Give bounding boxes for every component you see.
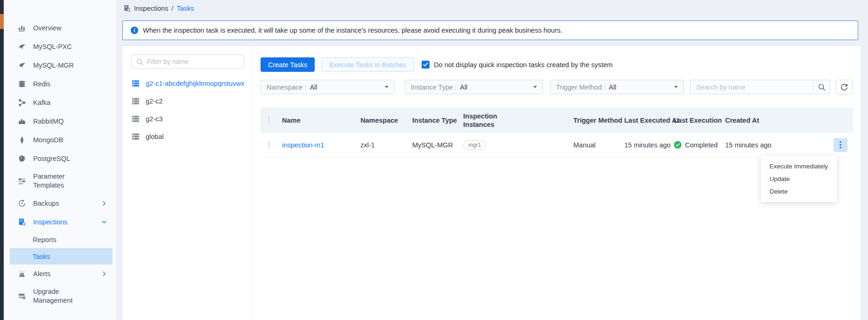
breadcrumb-separator: / [171, 5, 173, 12]
inspections-doc-icon [123, 4, 131, 12]
cluster-list: g2-c1-abcdefghijklmnopqrstuvwx... g2-c2 … [131, 75, 244, 146]
filter-row: Namespace : All Instance Type : All Trig… [261, 80, 853, 94]
cluster-item-g2-c1[interactable]: g2-c1-abcdefghijklmnopqrstuvwx... [131, 75, 244, 92]
column-header-last-executed-at: Last Executed At [624, 116, 674, 125]
search-icon [136, 58, 143, 65]
server-icon [131, 80, 140, 87]
sidebar-item-label: Alerts [33, 270, 50, 278]
column-header-created-at: Created At [725, 116, 833, 125]
sidebar-item-rabbitmq[interactable]: RabbitMQ [4, 112, 116, 131]
server-icon [131, 115, 140, 123]
sidebar-item-alerts[interactable]: Alerts [4, 264, 116, 283]
sidebar: Overview MySQL-PXC MySQL-MGR Redis Kafka [4, 0, 116, 320]
info-banner-text: When the inspection task is executed, it… [143, 27, 562, 34]
trigger-method-filter-dropdown[interactable]: Trigger Method : All [550, 80, 684, 94]
sidebar-item-mysql-pxc[interactable]: MySQL-PXC [4, 37, 116, 56]
cluster-item-global[interactable]: global [131, 128, 244, 146]
refresh-button[interactable] [836, 80, 853, 94]
info-icon [131, 27, 138, 34]
cell-last-execution: Completed [674, 141, 725, 149]
sidebar-item-inspections[interactable]: Inspections [4, 213, 116, 231]
sidebar-item-label: Kafka [33, 98, 50, 107]
kebab-dot [840, 141, 841, 143]
chevron-down-icon [101, 219, 107, 225]
parameter-templates-icon [18, 177, 26, 185]
caret-down-icon [674, 86, 678, 88]
sidebar-item-label: Tasks [33, 253, 50, 260]
column-header-inspection-instances: Inspection Instances [463, 112, 506, 129]
execute-tasks-in-batches-button[interactable]: Execute Tasks in Batches [321, 57, 414, 72]
column-header-last-execution: Last Execution [674, 116, 725, 125]
breadcrumb-current[interactable]: Tasks [176, 5, 194, 12]
mysql-icon [18, 42, 26, 51]
sidebar-item-redis[interactable]: Redis [4, 75, 116, 93]
row-checkbox[interactable] [268, 141, 269, 149]
sidebar-item-label: MySQL-PXC [33, 42, 72, 51]
sidebar-item-kafka[interactable]: Kafka [4, 93, 116, 112]
redis-icon [18, 80, 26, 88]
sidebar-item-label: Backups [33, 199, 59, 208]
cell-last-executed-at: 15 minutes ago [624, 141, 674, 149]
cell-namespace: zxl-1 [360, 141, 412, 149]
toolbar: Create Tasks Execute Tasks in Batches Do… [261, 57, 613, 72]
hide-system-tasks-checkbox-wrap[interactable]: Do not display quick inspection tasks cr… [422, 61, 613, 69]
sidebar-item-label: Reports [33, 236, 56, 243]
sidebar-item-overview[interactable]: Overview [4, 19, 116, 37]
sidebar-item-label: Upgrade Management [33, 287, 85, 305]
chevron-right-icon [101, 271, 107, 277]
cluster-item-g2-c3[interactable]: g2-c3 [131, 110, 244, 128]
menu-item-update[interactable]: Update [761, 173, 837, 185]
bar-chart-icon [18, 24, 26, 32]
sidebar-item-upgrade-management[interactable]: Upgrade Management [4, 283, 116, 309]
rail-accent-marker [0, 14, 4, 29]
task-name-link[interactable]: inspection-m1 [282, 141, 324, 149]
sidebar-item-label: Parameter Templates [33, 172, 85, 190]
cell-trigger-method: Manual [573, 141, 624, 149]
cluster-name: g2-c3 [146, 115, 162, 123]
backups-icon [18, 199, 26, 208]
cluster-name: g2-c1-abcdefghijklmnopqrstuvwx... [146, 80, 244, 87]
sidebar-item-parameter-templates[interactable]: Parameter Templates [4, 168, 116, 194]
sidebar-item-tasks[interactable]: Tasks [10, 248, 113, 264]
menu-item-execute-immediately[interactable]: Execute Immediately [761, 160, 837, 173]
checkbox-checked[interactable] [422, 61, 430, 69]
filter-label: Instance Type : [411, 83, 457, 91]
cluster-item-g2-c2[interactable]: g2-c2 [131, 92, 244, 110]
create-tasks-button[interactable]: Create Tasks [261, 57, 315, 72]
sidebar-item-label: Inspections [33, 218, 67, 227]
column-header-trigger-method: Trigger Method [573, 116, 624, 125]
table-row: inspection-m1 zxl-1 MySQL-MGR mgr1 Manua… [261, 133, 853, 157]
status-text: Completed [685, 141, 718, 149]
filter-value: All [460, 83, 467, 91]
sidebar-item-label: MongoDB [33, 136, 63, 145]
search-box [690, 80, 830, 94]
sidebar-item-postgresql[interactable]: PostgreSQL [4, 149, 116, 168]
namespace-filter-dropdown[interactable]: Namespace : All [261, 80, 395, 94]
sidebar-item-reports[interactable]: Reports [4, 231, 116, 248]
sidebar-item-mongodb[interactable]: MongoDB [4, 131, 116, 149]
menu-item-delete[interactable]: Delete [761, 185, 837, 198]
kafka-icon [18, 98, 26, 107]
cluster-panel: g2-c1-abcdefghijklmnopqrstuvwx... g2-c2 … [122, 46, 252, 320]
sidebar-item-label: RabbitMQ [33, 117, 64, 126]
alerts-icon [18, 270, 26, 278]
caret-down-icon [385, 86, 388, 88]
row-actions-kebab-button[interactable] [833, 138, 847, 152]
cluster-filter-input[interactable] [147, 58, 239, 65]
completed-status-icon [674, 141, 682, 149]
sidebar-item-label: MySQL-MGR [33, 61, 74, 70]
search-input[interactable] [691, 80, 813, 94]
inspections-icon [18, 218, 26, 226]
sidebar-item-backups[interactable]: Backups [4, 194, 116, 213]
mysql-icon [18, 61, 26, 70]
search-icon[interactable] [813, 80, 830, 94]
select-all-checkbox[interactable] [268, 116, 269, 125]
instance-type-filter-dropdown[interactable]: Instance Type : All [405, 80, 543, 94]
sidebar-item-mysql-mgr[interactable]: MySQL-MGR [4, 56, 116, 75]
cluster-name: global [146, 133, 164, 140]
upgrade-management-icon [18, 292, 26, 300]
sidebar-item-label: PostgreSQL [33, 154, 70, 163]
cluster-name: g2-c2 [146, 97, 162, 105]
inspection-instance-badge: mgr1 [463, 140, 486, 150]
table-header-row: Name Namespace Instance Type Inspection … [261, 107, 853, 133]
